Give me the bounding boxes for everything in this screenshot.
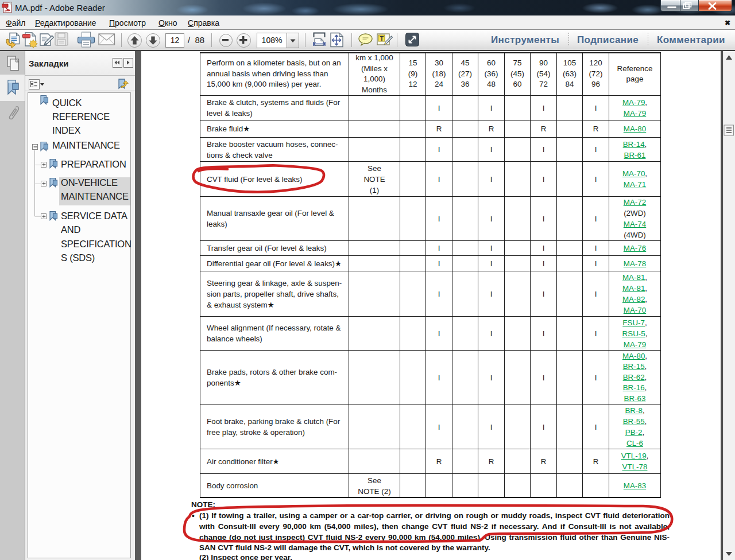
svg-text:T: T bbox=[380, 35, 384, 42]
